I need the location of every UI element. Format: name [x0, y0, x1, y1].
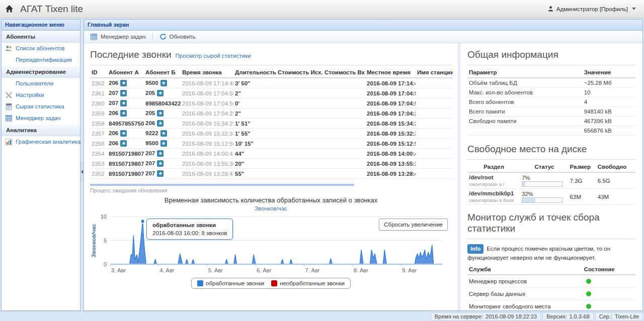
star-badge[interactable]: ★	[120, 130, 127, 137]
status-segment: Сер.:Tixen-Lite	[595, 312, 643, 320]
table-row[interactable]: 235289150719807207★2016-08-09 13:28:4755…	[90, 169, 453, 179]
calls-column-header[interactable]: Абонент А	[107, 67, 144, 78]
star-badge[interactable]: ★	[160, 80, 167, 86]
service-row: Мониторинг свободного места	[467, 300, 635, 310]
star-badge[interactable]: ★	[157, 90, 164, 96]
table-row[interactable]: 235489150719807207★2016-08-09 14:00:4144…	[90, 149, 453, 159]
info-value: 4	[583, 97, 635, 107]
cell-station	[416, 129, 453, 139]
cell-call-time: 2016-08-09 15:32:33	[181, 129, 233, 139]
raw-stats-link[interactable]: Просмотр сырой статистики	[176, 53, 251, 59]
cell-cost-out	[276, 159, 323, 169]
star-badge[interactable]: ★	[120, 100, 127, 106]
table-row[interactable]: 2360207★898580434222016-08-09 17:04:560'…	[90, 98, 453, 109]
cell-id: 2353	[90, 159, 107, 169]
calls-column-header[interactable]: Имя станции	[416, 67, 453, 78]
calls-column-header[interactable]: Длительность	[233, 67, 276, 78]
calls-column-header[interactable]: Стоимость Исх.	[276, 67, 323, 78]
calls-column-header[interactable]: Абонент Б	[144, 67, 181, 78]
services-note: InfoЕсли процесс помечен красным цветом,…	[467, 244, 635, 262]
table-row[interactable]: 2362206★9500★2016-08-09 17:14:453' 50"20…	[90, 78, 453, 88]
home-icon[interactable]	[5, 5, 14, 13]
calls-column-header[interactable]: ID	[90, 67, 107, 78]
general-info-table: ПараметрЗначениеОбъём таблиц БД~25.28 Мб…	[467, 67, 635, 136]
sidebar-section-header-1[interactable]: Администрирование	[2, 66, 80, 78]
table-row[interactable]: 2361207★205★2016-08-09 17:04:562"2016-08…	[90, 88, 453, 98]
info-column-header: Параметр	[467, 67, 583, 78]
star-badge[interactable]: ★	[157, 110, 164, 117]
app-title: АГАТ Tixen lite	[20, 4, 83, 15]
info-badge: Info	[467, 244, 484, 254]
cell-station	[416, 159, 453, 169]
disk-column-header: Размер	[569, 162, 596, 172]
service-status	[583, 300, 635, 310]
status-segment-label: Время на сервере:	[435, 313, 483, 319]
disk-usage-bar	[522, 181, 563, 187]
star-badge[interactable]: ★	[120, 140, 127, 147]
user-icon	[547, 6, 554, 12]
sidebar-section-header-2[interactable]: Аналитика	[2, 124, 80, 136]
cell-cost-out	[276, 169, 323, 179]
status-segment-value: Tixen-Lite	[615, 313, 639, 319]
profile-menu[interactable]: Администратор [Профиль]	[547, 6, 639, 12]
cell-duration: 1' 51"	[233, 119, 276, 129]
star-badge[interactable]: ★	[120, 110, 127, 117]
star-badge[interactable]: ★	[160, 130, 167, 137]
disk-usage-bar	[522, 197, 563, 203]
table-row[interactable]: 2359206★205★2016-08-09 17:04:252"2016-08…	[90, 109, 453, 119]
x-tick-label: 7. Авг	[305, 267, 319, 273]
sidebar-item[interactable]: Сырая статистика	[2, 101, 80, 113]
table-row[interactable]: 235884957855750206★2016-08-09 15:34:291'…	[90, 119, 453, 129]
sidebar-item[interactable]: Пользователи	[2, 78, 80, 89]
bar-chart-icon	[5, 138, 13, 146]
cell-duration: 10' 15"	[233, 139, 276, 149]
calls-chart[interactable]: 0510Звонков/час3. Авг4. Авг5. Авг6. Авг7…	[90, 212, 452, 277]
table-row[interactable]: 2356206★9500★2016-08-09 15:12:5610' 15"2…	[90, 139, 453, 149]
cell-abonent-b: 89858043422	[144, 98, 181, 109]
disk-free: 6.5G	[596, 172, 635, 189]
chart-title: Временная зависимость количества обработ…	[90, 196, 452, 204]
services-table: СлужбаСостояниеМенеджер процессовСервер …	[467, 264, 635, 310]
panel-splitter[interactable]	[80, 19, 84, 311]
info-value: 948140 kB	[583, 107, 635, 117]
legend-item[interactable]: обработанные звонки	[197, 280, 264, 286]
cell-local-time: 2016-08-09 17:04:25	[365, 109, 416, 119]
info-row: Свободно памяти467396 kB	[467, 117, 635, 126]
sidebar-collapse-handle[interactable]	[80, 161, 84, 182]
table-row[interactable]: 2357206★9222★2016-08-09 15:32:331' 55"20…	[90, 129, 453, 139]
reset-zoom-button[interactable]: Сбросить увеличение	[379, 219, 448, 231]
task-manager-button[interactable]: Менеджер задач	[87, 32, 149, 42]
cell-station	[416, 109, 453, 119]
sidebar-section-header-0[interactable]: Абоненты	[2, 31, 80, 43]
star-badge[interactable]: ★	[157, 150, 164, 157]
star-badge[interactable]: ★	[157, 120, 164, 127]
calls-column-header[interactable]: Местное время	[365, 67, 416, 78]
star-badge[interactable]: ★	[157, 170, 164, 177]
info-param: Макс. кол-во абонентов	[467, 88, 583, 97]
sidebar-item[interactable]: Список абонентов	[2, 43, 80, 54]
star-badge[interactable]: ★	[120, 80, 127, 86]
sidebar-item[interactable]: Графическая аналитика	[2, 136, 80, 148]
disk-percent-label: 7%	[522, 175, 567, 181]
divider	[467, 65, 635, 65]
cell-duration: 55"	[233, 169, 276, 179]
calls-column-header[interactable]: Стоимость Вх.	[323, 67, 365, 78]
star-badge[interactable]: ★	[157, 160, 164, 167]
calls-column-header[interactable]: Время звонка	[181, 67, 233, 78]
sidebar-title: Навигационное меню	[2, 20, 80, 31]
info-param	[467, 126, 583, 136]
sidebar-item[interactable]: Настройки	[2, 89, 80, 101]
star-badge[interactable]: ★	[160, 140, 167, 147]
legend-label: обработанные звонки	[206, 280, 264, 286]
legend-item[interactable]: необработанные звонки	[271, 280, 345, 286]
table-row[interactable]: 235389150719807207★2016-08-09 13:55:3620…	[90, 159, 453, 169]
refresh-button[interactable]: Обновить	[156, 32, 199, 41]
status-dot-ok	[586, 304, 591, 309]
cell-cost-out	[276, 78, 323, 88]
cell-local-time: 2016-08-09 13:28:47	[365, 169, 416, 179]
star-badge[interactable]: ★	[120, 90, 127, 96]
cell-local-time: 2016-08-09 17:14:45	[365, 78, 416, 88]
disk-partition: /dev/mmcblk0p1смонтирован в /boot	[467, 189, 520, 205]
sidebar-item[interactable]: Менеджер задач	[2, 113, 80, 124]
sidebar-item[interactable]: Переидентификация	[2, 54, 80, 66]
